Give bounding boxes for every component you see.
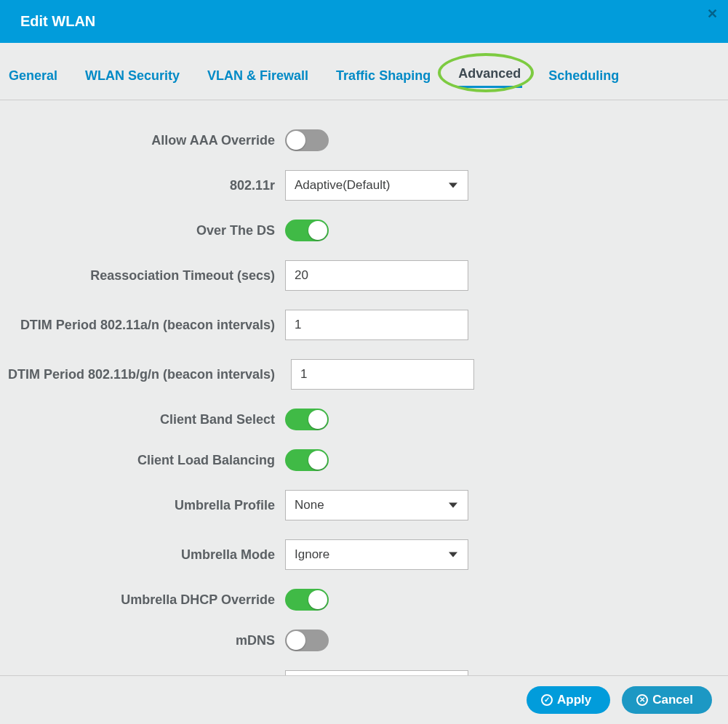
toggle-allow-aaa-override[interactable] [285, 129, 329, 151]
dialog-footer: ✓ Apply ✕ Cancel [0, 675, 728, 724]
tab-scheduling[interactable]: Scheduling [547, 64, 620, 88]
tab-vlan-firewall[interactable]: VLAN & Firewall [206, 64, 310, 88]
label-allow-aaa-override: Allow AAA Override [0, 133, 285, 148]
tab-bar: General WLAN Security VLAN & Firewall Tr… [0, 43, 728, 100]
input-dtim-bgn[interactable] [291, 359, 474, 390]
check-circle-icon: ✓ [541, 694, 553, 706]
chevron-down-icon [449, 552, 457, 558]
select-umbrella-profile[interactable]: None [285, 490, 468, 520]
label-client-band-select: Client Band Select [0, 412, 285, 427]
label-umbrella-dhcp-override: Umbrella DHCP Override [0, 592, 285, 608]
apply-button-label: Apply [557, 693, 591, 707]
label-umbrella-profile: Umbrella Profile [0, 498, 285, 513]
toggle-over-the-ds[interactable] [285, 220, 329, 241]
toggle-mdns[interactable] [285, 630, 329, 651]
toggle-client-band-select[interactable] [285, 409, 329, 430]
label-umbrella-mode: Umbrella Mode [0, 547, 285, 563]
close-icon[interactable]: ✕ [707, 6, 718, 22]
select-umbrella-profile-value: None [295, 498, 324, 512]
input-dtim-an[interactable] [285, 310, 468, 340]
chevron-down-icon [449, 503, 457, 508]
tab-wlan-security[interactable]: WLAN Security [84, 64, 181, 88]
x-circle-icon: ✕ [636, 694, 648, 706]
label-client-load-balancing: Client Load Balancing [0, 453, 285, 468]
cancel-button[interactable]: ✕ Cancel [622, 686, 712, 714]
chevron-down-icon [449, 183, 457, 188]
form-area: Allow AAA Override 802.11r Adaptive(Defa… [0, 100, 728, 701]
label-reassoc-timeout: Reassociation Timeout (secs) [0, 268, 285, 283]
cancel-button-label: Cancel [652, 693, 693, 707]
select-80211r[interactable]: Adaptive(Default) [285, 170, 468, 201]
label-dtim-an: DTIM Period 802.11a/n (beacon intervals) [0, 318, 285, 333]
apply-button[interactable]: ✓ Apply [527, 686, 610, 714]
label-80211r: 802.11r [0, 178, 285, 193]
label-mdns: mDNS [0, 633, 285, 648]
select-umbrella-mode[interactable]: Ignore [285, 539, 468, 570]
select-umbrella-mode-value: Ignore [295, 547, 329, 562]
tab-general[interactable]: General [7, 64, 59, 88]
toggle-umbrella-dhcp-override[interactable] [285, 589, 329, 611]
label-over-the-ds: Over The DS [0, 223, 285, 238]
select-80211r-value: Adaptive(Default) [295, 178, 390, 193]
input-reassoc-timeout[interactable] [285, 260, 468, 291]
label-dtim-bgn: DTIM Period 802.11b/g/n (beacon interval… [0, 367, 285, 382]
dialog-title: Edit WLAN [20, 13, 95, 29]
tab-advanced[interactable]: Advanced [457, 62, 522, 88]
tab-traffic-shaping[interactable]: Traffic Shaping [335, 64, 432, 88]
dialog-header: Edit WLAN ✕ [0, 0, 728, 43]
toggle-client-load-balancing[interactable] [285, 449, 329, 471]
